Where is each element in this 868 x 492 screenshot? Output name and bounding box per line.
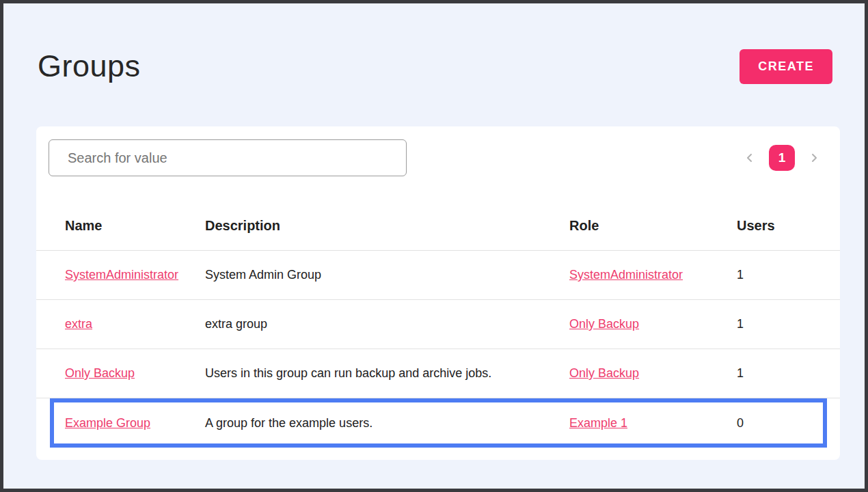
column-header-description: Description [205, 218, 569, 234]
create-button[interactable]: CREATE [740, 49, 832, 84]
group-role-link[interactable]: Example 1 [569, 416, 627, 430]
card-toolbar: 1 [49, 139, 824, 176]
group-users-count: 1 [737, 366, 840, 381]
group-name-link[interactable]: SystemAdministrator [65, 268, 178, 282]
pagination: 1 [740, 145, 824, 171]
current-page-badge[interactable]: 1 [769, 145, 795, 171]
page-header: Groups CREATE [38, 49, 832, 84]
table-header-row: Name Description Role Users [36, 202, 840, 251]
groups-page: { "page": { "title": "Groups" }, "toolba… [0, 0, 868, 492]
chevron-right-icon[interactable] [804, 148, 824, 167]
column-header-users: Users [737, 218, 840, 234]
group-description: A group for the example users. [205, 416, 569, 430]
table-row-highlighted: Example Group A group for the example us… [36, 398, 840, 448]
column-header-name: Name [36, 218, 205, 234]
group-users-count: 1 [737, 317, 840, 331]
table-row: SystemAdministrator System Admin Group S… [36, 251, 840, 300]
chevron-left-icon[interactable] [740, 148, 759, 167]
table-row: Only Backup Users in this group can run … [36, 349, 840, 398]
group-description: Users in this group can run backup and a… [205, 366, 569, 381]
groups-card: 1 Name Description Role Users SystemAdmi… [36, 126, 840, 460]
search-input[interactable] [49, 139, 407, 176]
group-users-count: 1 [737, 268, 840, 282]
group-name-link[interactable]: Example Group [65, 416, 150, 430]
column-header-role: Role [569, 218, 737, 234]
groups-table: Name Description Role Users SystemAdmini… [36, 202, 840, 460]
group-name-link[interactable]: Only Backup [65, 366, 135, 380]
group-role-link[interactable]: Only Backup [569, 317, 639, 331]
group-role-link[interactable]: SystemAdministrator [569, 268, 683, 282]
group-name-link[interactable]: extra [65, 317, 92, 331]
group-users-count: 0 [737, 416, 840, 430]
group-description: System Admin Group [205, 268, 569, 282]
group-role-link[interactable]: Only Backup [569, 366, 639, 380]
group-description: extra group [205, 317, 569, 331]
table-row: extra extra group Only Backup 1 [36, 300, 840, 349]
page-title: Groups [38, 49, 141, 84]
